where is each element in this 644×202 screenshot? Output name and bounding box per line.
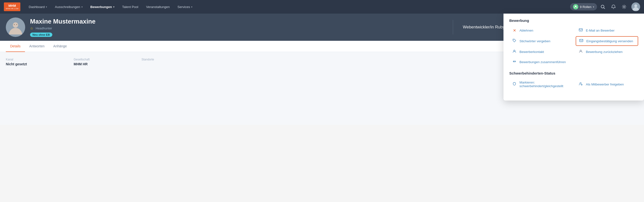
profile-divider [453, 20, 453, 35]
notifications-button[interactable] [609, 0, 618, 14]
user-avatar[interactable] [632, 3, 640, 11]
shield-icon [512, 82, 517, 87]
field-standorte: Standorte [142, 58, 200, 66]
dropdown-item-eingangsbestaetigung[interactable]: Eingangsbestätigung versenden [576, 36, 638, 46]
nav-item-veranstaltungen[interactable]: Veranstaltungen [143, 0, 173, 14]
svg-line-2 [604, 8, 605, 9]
dropdown-item-eingangsbestaetigung-label: Eingangsbestätigung versenden [586, 39, 633, 43]
chevron-down-icon: ▾ [82, 6, 82, 8]
x-icon: ✕ [512, 28, 517, 33]
dropdown-item-mitbewerber[interactable]: Als Mitbewerber freigeben [576, 79, 638, 90]
withdraw-icon [578, 49, 584, 54]
svg-point-7 [13, 22, 18, 28]
profile-photo [6, 18, 25, 37]
dropdown-item-zurueckziehen[interactable]: Bewerbung zurückziehen [576, 47, 638, 56]
aktionen-dropdown: Bewerbung ✕ Ablehnen E-Mail an Bewerber [504, 14, 644, 100]
profile-meta: ☆ Headhunter [30, 26, 443, 31]
dropdown-item-schwerbehindert[interactable]: Markieren: schwerbehindert/gleichgestell… [509, 79, 572, 90]
dropdown-item-stichwoerter-label: Stichwörter vergeben [520, 39, 550, 43]
field-gesellschaft-label: Gesellschaft [74, 58, 132, 61]
dropdown-item-stichwoerter[interactable]: Stichwörter vergeben [509, 36, 572, 46]
favorite-star-icon[interactable]: ☆ [30, 26, 33, 31]
tab-antworten[interactable]: Antworten [25, 41, 49, 52]
dropdown-item-ablehnen-label: Ablehnen [520, 29, 533, 32]
svg-point-3 [624, 6, 625, 8]
merge-icon [512, 59, 517, 64]
chevron-down-icon: ▾ [593, 6, 594, 8]
dropdown-bewerbung-grid: ✕ Ablehnen E-Mail an Bewerber Stichwörte… [509, 26, 638, 66]
roles-button[interactable]: 9 Rollen ▾ [570, 3, 597, 11]
svg-point-5 [634, 4, 637, 7]
dropdown-section-bewerbung-title: Bewerbung [509, 19, 638, 23]
svg-point-23 [514, 40, 514, 40]
email-icon [578, 28, 584, 33]
profile-name: Maxine Mustermaxine [30, 18, 443, 25]
logo[interactable]: MHM MHM-HR.COM [4, 3, 20, 11]
tab-anhaenge[interactable]: Anhänge [49, 41, 71, 52]
field-kanal-value: Nicht gesetzt [6, 62, 64, 66]
add-person-icon [578, 82, 584, 87]
dropdown-item-zurueckziehen-label: Bewerbung zurückziehen [586, 50, 623, 54]
chevron-down-icon: ▾ [191, 6, 192, 8]
dropdown-item-email[interactable]: E-Mail an Bewerber [576, 26, 638, 35]
field-kanal-label: Kanal [6, 58, 64, 61]
svg-point-9 [16, 24, 17, 25]
chevron-down-icon: ▾ [113, 6, 114, 8]
svg-rect-22 [579, 29, 582, 31]
dropdown-schwerbehindert-grid: Markieren: schwerbehindert/gleichgestell… [509, 79, 638, 90]
field-standorte-label: Standorte [142, 58, 200, 61]
dropdown-item-schwerbehindert-label: Markieren: schwerbehindert/gleichgestell… [520, 81, 570, 88]
field-grid: Kanal Nicht gesetzt Gesellschaft MHM HR … [6, 58, 200, 66]
navbar: MHM MHM-HR.COM Dashboard ▾ Ausschreibung… [0, 0, 644, 14]
dropdown-item-bewerberkontakt-label: Bewerberkontakt [520, 50, 544, 54]
dropdown-item-mitbewerber-label: Als Mitbewerber freigeben [586, 82, 624, 86]
nav-item-talentpool[interactable]: Talent Pool [119, 0, 142, 14]
nav-item-bewerbungen[interactable]: Bewerbungen ▾ [87, 0, 118, 14]
dropdown-item-ablehnen[interactable]: ✕ Ablehnen [509, 26, 572, 35]
tab-details[interactable]: Details [6, 41, 25, 52]
dropdown-item-zusammenfuehren[interactable]: Bewerbungen zusammenführen [509, 58, 638, 66]
field-gesellschaft: Gesellschaft MHM HR [74, 58, 132, 66]
nav-item-dashboard[interactable]: Dashboard ▾ [25, 0, 50, 14]
field-gesellschaft-value: MHM HR [74, 62, 132, 66]
email-confirm-icon [578, 39, 584, 43]
dropdown-item-zusammenfuehren-label: Bewerbungen zusammenführen [520, 60, 566, 64]
dropdown-section-schwerbehindert-title: Schwerbehinderten-Status [509, 71, 638, 75]
settings-button[interactable] [619, 0, 629, 14]
profile-badge: Neu ohne EB [30, 33, 52, 37]
roles-avatar-icon [573, 4, 578, 10]
profile-info: Maxine Mustermaxine ☆ Headhunter Neu ohn… [30, 18, 443, 37]
contact-icon [512, 49, 517, 54]
dropdown-item-email-label: E-Mail an Bewerber [586, 29, 615, 32]
chevron-down-icon: ▾ [46, 6, 47, 8]
profile-tag: Headhunter [36, 27, 52, 30]
field-kanal: Kanal Nicht gesetzt [6, 58, 64, 66]
search-button[interactable] [598, 0, 608, 14]
svg-rect-24 [580, 39, 583, 42]
nav-item-services[interactable]: Services ▾ [174, 0, 196, 14]
nav-item-ausschreibungen[interactable]: Ausschreibungen ▾ [51, 0, 86, 14]
dropdown-item-bewerberkontakt[interactable]: Bewerberkontakt [509, 47, 572, 56]
tag-icon [512, 39, 517, 43]
svg-point-8 [14, 24, 15, 25]
